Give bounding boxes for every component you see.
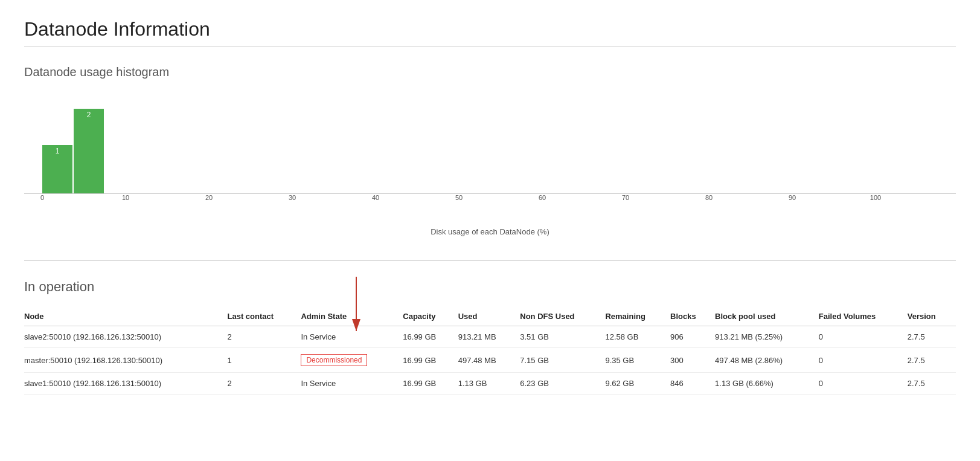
used-cell: 1.13 GB — [458, 373, 520, 395]
blocks-cell: 846 — [670, 373, 715, 395]
non-dfs-used-cell: 7.15 GB — [520, 348, 605, 373]
remaining-cell: 9.35 GB — [605, 348, 670, 373]
version-cell: 2.7.5 — [908, 348, 956, 373]
chart-wrapper: 12 0102030405060708090100 Disk usage of … — [24, 91, 956, 236]
col-header-1: Last contact — [228, 307, 301, 326]
node-cell: master:50010 (192.168.126.130:50010) — [24, 348, 228, 373]
page-title: Datanode Information — [24, 18, 956, 40]
capacity-cell: 16.99 GB — [403, 348, 458, 373]
table-row: slave1:50010 (192.168.126.131:50010)2In … — [24, 373, 956, 395]
chart-area: 12 — [24, 91, 956, 194]
table-row: master:50010 (192.168.126.130:50010)1Dec… — [24, 348, 956, 373]
x-tick-4: 40 — [372, 194, 379, 201]
histogram-bar-1: 2 — [74, 109, 104, 193]
bars-wrapper: 12 — [42, 109, 104, 193]
non-dfs-used-cell: 3.51 GB — [520, 326, 605, 348]
annotation-container: NodeLast contactAdmin StateCapacityUsedN… — [24, 307, 956, 395]
col-header-3: Capacity — [403, 307, 458, 326]
block-pool-used-cell: 497.48 MB (2.86%) — [715, 348, 819, 373]
admin-state-cell: In Service — [301, 373, 403, 395]
x-tick-1: 10 — [122, 194, 129, 201]
col-header-6: Remaining — [605, 307, 670, 326]
failed-volumes-cell: 0 — [819, 348, 908, 373]
x-tick-8: 80 — [705, 194, 713, 201]
histogram-bar-0: 1 — [42, 145, 72, 193]
x-axis-label: Disk usage of each DataNode (%) — [24, 227, 956, 236]
blocks-cell: 300 — [670, 348, 715, 373]
failed-volumes-cell: 0 — [819, 373, 908, 395]
in-operation-title: In operation — [24, 279, 956, 295]
remaining-cell: 9.62 GB — [605, 373, 670, 395]
col-header-0: Node — [24, 307, 228, 326]
in-operation-section: In operation NodeLast contactAdmin State… — [24, 279, 956, 395]
col-header-5: Non DFS Used — [520, 307, 605, 326]
x-tick-5: 50 — [455, 194, 463, 201]
x-tick-9: 90 — [789, 194, 796, 201]
last-contact-cell: 2 — [228, 326, 301, 348]
x-tick-0: 0 — [40, 194, 44, 201]
x-tick-6: 60 — [539, 194, 546, 201]
x-tick-10: 100 — [870, 194, 881, 201]
version-cell: 2.7.5 — [908, 326, 956, 348]
admin-state-cell: In Service — [301, 326, 403, 348]
x-tick-7: 70 — [622, 194, 629, 201]
col-header-4: Used — [458, 307, 520, 326]
histogram-section: Datanode usage histogram 12 010203040506… — [24, 65, 956, 236]
table-body: slave2:50010 (192.168.126.132:50010)2In … — [24, 326, 956, 395]
col-header-9: Failed Volumes — [819, 307, 908, 326]
node-cell: slave2:50010 (192.168.126.132:50010) — [24, 326, 228, 348]
x-tick-3: 30 — [289, 194, 296, 201]
col-header-8: Block pool used — [715, 307, 819, 326]
nodes-table: NodeLast contactAdmin StateCapacityUsedN… — [24, 307, 956, 395]
x-axis: 0102030405060708090100 — [42, 194, 956, 212]
decommissioned-badge: Decommissioned — [301, 354, 367, 366]
last-contact-cell: 1 — [228, 348, 301, 373]
capacity-cell: 16.99 GB — [403, 326, 458, 348]
block-pool-used-cell: 1.13 GB (6.66%) — [715, 373, 819, 395]
remaining-cell: 12.58 GB — [605, 326, 670, 348]
x-tick-2: 20 — [205, 194, 213, 201]
col-header-10: Version — [908, 307, 956, 326]
admin-state-cell: Decommissioned — [301, 348, 403, 373]
block-pool-used-cell: 913.21 MB (5.25%) — [715, 326, 819, 348]
table-row: slave2:50010 (192.168.126.132:50010)2In … — [24, 326, 956, 348]
version-cell: 2.7.5 — [908, 373, 956, 395]
col-header-7: Blocks — [670, 307, 715, 326]
table-header-row: NodeLast contactAdmin StateCapacityUsedN… — [24, 307, 956, 326]
non-dfs-used-cell: 6.23 GB — [520, 373, 605, 395]
node-cell: slave1:50010 (192.168.126.131:50010) — [24, 373, 228, 395]
blocks-cell: 906 — [670, 326, 715, 348]
last-contact-cell: 2 — [228, 373, 301, 395]
col-header-2: Admin State — [301, 307, 403, 326]
used-cell: 913.21 MB — [458, 326, 520, 348]
failed-volumes-cell: 0 — [819, 326, 908, 348]
histogram-title: Datanode usage histogram — [24, 65, 956, 79]
used-cell: 497.48 MB — [458, 348, 520, 373]
capacity-cell: 16.99 GB — [403, 373, 458, 395]
